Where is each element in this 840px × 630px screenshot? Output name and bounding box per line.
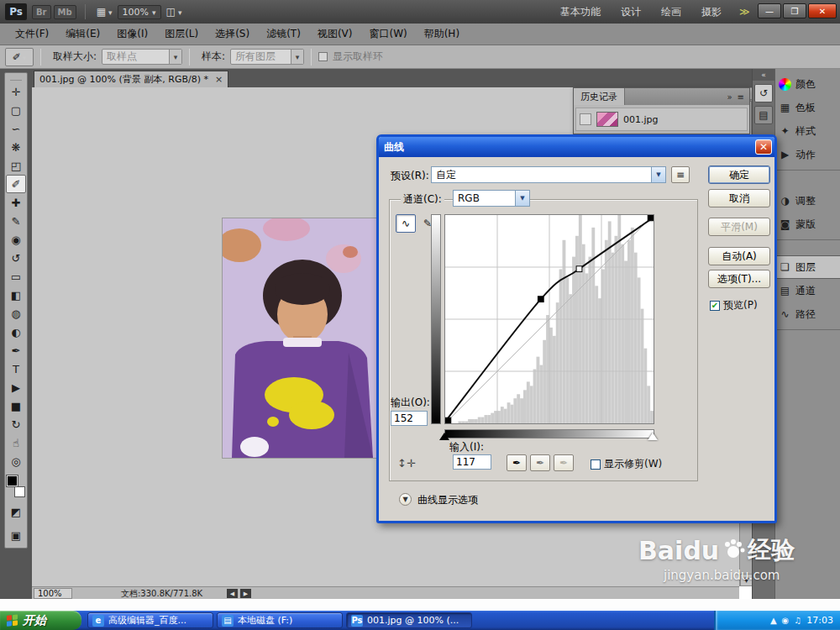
workspace-button[interactable]: 摄影 [691, 0, 732, 24]
pen-tool[interactable]: ✒ [6, 341, 26, 360]
dodge-tool[interactable]: ◐ [6, 323, 26, 341]
curve-point[interactable] [445, 417, 451, 423]
quick-mask-icon[interactable]: ◩ [6, 502, 26, 521]
workspace-button[interactable]: 绘画 [651, 0, 691, 24]
workspace-overflow-icon[interactable]: ≫ [732, 6, 757, 18]
lasso-tool[interactable]: ∽ [6, 119, 26, 138]
dock-swatches[interactable]: ▦色板 [775, 96, 840, 119]
zoom-level-control[interactable]: 100% [118, 5, 161, 19]
black-point-eyedropper-icon[interactable]: ✒ [507, 454, 527, 471]
black-point-slider[interactable] [439, 433, 449, 440]
type-tool[interactable]: T [6, 360, 26, 378]
dock-color[interactable]: ●颜色 [775, 72, 840, 96]
dock-actions[interactable]: ▶动作 [775, 143, 840, 166]
dock-channels[interactable]: ▤通道 [775, 279, 840, 302]
dock-masks[interactable]: ◙蒙版 [775, 213, 840, 236]
gradient-tool[interactable]: ◧ [6, 286, 26, 304]
task-photoshop[interactable]: Ps001.jpg @ 100% (... [346, 612, 472, 628]
selected-curve-point[interactable] [538, 297, 543, 302]
dock-styles[interactable]: ✦样式 [775, 119, 840, 143]
background-color-swatch[interactable] [14, 486, 25, 497]
curves-dialog-titlebar[interactable]: 曲线 ✕ [379, 137, 774, 157]
menu-item[interactable]: 滤镜(T) [258, 24, 309, 45]
menu-item[interactable]: 编辑(E) [57, 24, 108, 45]
curve-graph[interactable] [444, 214, 654, 424]
dock-paths[interactable]: ∿路径 [775, 302, 840, 326]
tray-network-icon[interactable]: ◉ [782, 616, 790, 625]
history-source-box[interactable] [580, 113, 591, 125]
sample-size-select[interactable]: 取样点 [102, 49, 182, 65]
color-swatches[interactable] [6, 475, 26, 497]
options-button[interactable]: 选项(T)... [708, 270, 770, 288]
preset-select[interactable]: 自定 [431, 166, 666, 183]
eyedropper-tool[interactable]: ✐ [6, 175, 26, 193]
menu-item[interactable]: 图像(I) [108, 24, 156, 45]
screen-mode-toggle-icon[interactable]: ▣ [6, 526, 26, 544]
rotate-view-tool[interactable]: ↻ [6, 415, 26, 433]
photo-image[interactable] [223, 218, 378, 458]
status-flyout-left-icon[interactable]: ◀ [227, 589, 238, 598]
sample-select[interactable]: 所有图层 [230, 49, 304, 65]
start-button[interactable]: 开始 [0, 611, 81, 630]
history-panel-tab[interactable]: 历史记录 [574, 88, 625, 105]
history-brush-tool[interactable]: ↺ [6, 249, 26, 267]
document-tab[interactable]: 001.jpg @ 100% (背景 副本, RGB/8) * × [34, 71, 228, 87]
curve-point[interactable] [648, 215, 654, 221]
cancel-button[interactable]: 取消 [708, 189, 770, 207]
input-value-field[interactable] [453, 454, 491, 470]
path-selection-tool[interactable]: ▶ [6, 378, 26, 396]
preset-options-icon[interactable]: ≡ [671, 166, 690, 183]
workspace-button[interactable]: 设计 [611, 0, 651, 24]
channel-select[interactable]: RGB [453, 190, 530, 207]
checkbox-box[interactable] [710, 301, 720, 311]
tray-hidden-icons-icon[interactable]: ▲ [770, 616, 777, 625]
minimize-button[interactable] [758, 3, 781, 18]
menu-item[interactable]: 选择(S) [207, 24, 258, 45]
zoom-tool[interactable]: ◎ [6, 452, 26, 470]
tab-close-icon[interactable]: × [215, 74, 223, 85]
curve-point[interactable] [576, 266, 582, 272]
white-point-eyedropper-icon[interactable]: ✒ [554, 454, 574, 471]
history-entry-row[interactable]: 001.jpg [575, 108, 748, 131]
dialog-close-icon[interactable]: ✕ [755, 139, 772, 155]
ok-button[interactable]: 确定 [708, 165, 770, 184]
minibridge-launcher-icon[interactable]: Mb [54, 5, 76, 19]
status-flyout-right-icon[interactable]: ▶ [240, 589, 251, 598]
close-button[interactable] [808, 3, 837, 18]
blur-tool[interactable]: ◍ [6, 304, 26, 323]
disclosure-icon[interactable]: ▼ [399, 493, 412, 506]
dock-layers[interactable]: ❏图层 [775, 255, 840, 279]
workspace-button[interactable]: 基本功能 [550, 0, 611, 24]
healing-brush-tool[interactable]: ✚ [6, 193, 26, 212]
expand-dock-icon[interactable]: « [753, 69, 774, 81]
hand-tool[interactable]: ☝ [6, 433, 26, 452]
menu-item[interactable]: 帮助(H) [416, 24, 468, 45]
dock-adjustments[interactable]: ◑调整 [775, 189, 840, 213]
shape-tool[interactable]: ■ [6, 396, 26, 415]
marquee-tool[interactable]: ▢ [6, 101, 26, 119]
taskbar-clock[interactable]: 17:03 [806, 615, 833, 626]
on-image-adjustment-icon[interactable]: ↕✛ [397, 454, 416, 471]
history-panel-icon[interactable]: ↺ [754, 84, 773, 102]
show-sampling-ring-checkbox[interactable] [318, 52, 328, 61]
scroll-down-icon[interactable]: ▼ [740, 574, 753, 586]
curve-point-mode-icon[interactable]: ∿ [396, 214, 416, 233]
show-clipping-checkbox[interactable]: 显示修剪(W) [591, 457, 662, 471]
crop-tool[interactable]: ◰ [6, 156, 26, 175]
preview-checkbox[interactable]: 预览(P) [710, 298, 758, 312]
collapsed-panel-icon[interactable]: ▤ [754, 106, 773, 124]
screen-mode-icon[interactable]: ◫ [161, 4, 187, 19]
tray-volume-icon[interactable]: ♫ [794, 616, 801, 625]
auto-button[interactable]: 自动(A) [708, 247, 770, 265]
eraser-tool[interactable]: ▭ [6, 267, 26, 286]
status-zoom-field[interactable]: 100% [34, 588, 72, 599]
move-tool[interactable]: ✛ [6, 82, 26, 101]
menu-item[interactable]: 图层(L) [156, 24, 207, 45]
bridge-launcher-icon[interactable]: Br [32, 5, 51, 19]
menu-item[interactable]: 窗口(W) [360, 24, 415, 45]
panel-grip[interactable] [10, 76, 22, 81]
task-disk[interactable]: ▤本地磁盘 (F:) [217, 612, 343, 628]
restore-button[interactable] [783, 3, 806, 18]
collapse-arrows-icon[interactable]: » [727, 92, 732, 102]
brush-tool[interactable]: ✎ [6, 212, 26, 230]
